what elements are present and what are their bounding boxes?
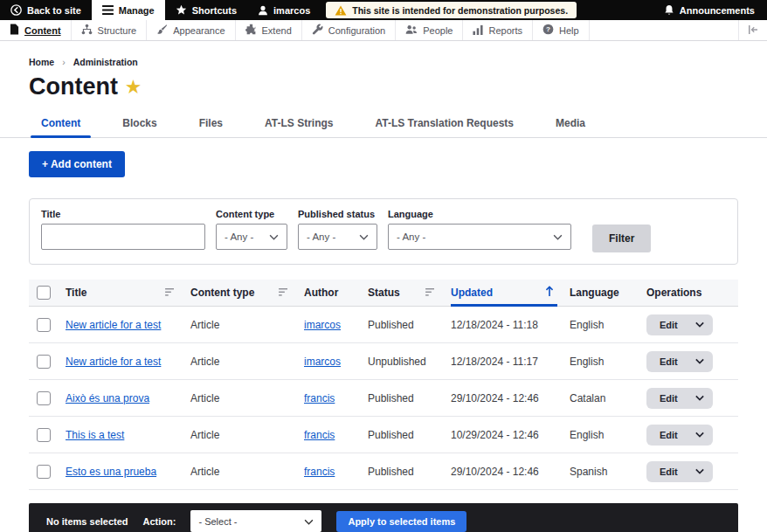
select-all-checkbox[interactable] <box>37 286 51 300</box>
admin-menu-people[interactable]: People <box>396 20 463 40</box>
admin-menu-appearance[interactable]: Appearance <box>147 20 235 40</box>
user-account-button[interactable]: imarcos <box>247 0 321 20</box>
column-header-status[interactable]: Status <box>368 280 451 306</box>
column-header-content-type[interactable]: Content type <box>190 280 304 306</box>
status-cell: Published <box>368 429 451 441</box>
svg-text:?: ? <box>546 25 550 33</box>
sort-lines-icon[interactable] <box>165 287 175 299</box>
row-checkbox[interactable] <box>37 355 51 369</box>
username-label: imarcos <box>273 5 310 16</box>
tab-label: AT-LS Strings <box>265 117 333 129</box>
people-icon <box>405 24 418 37</box>
published-status-select-value: - Any - <box>307 231 335 242</box>
published-status-filter-label: Published status <box>298 209 377 219</box>
column-header-language[interactable]: Language <box>570 280 646 306</box>
manage-button[interactable]: Manage <box>92 0 165 20</box>
content-type-select-value: - Any - <box>225 231 253 242</box>
author-link[interactable]: imarcos <box>304 319 341 331</box>
breadcrumb-home[interactable]: Home <box>29 57 54 67</box>
tab-bar: Content Blocks Files AT-LS Strings AT-LS… <box>0 109 767 138</box>
tab-atls-strings[interactable]: AT-LS Strings <box>244 109 354 137</box>
admin-menu-label: Help <box>559 25 579 36</box>
status-cell: Published <box>368 392 451 404</box>
sort-lines-icon[interactable] <box>279 287 288 299</box>
chevron-down-icon[interactable] <box>688 358 713 364</box>
admin-menu-label: Structure <box>98 25 137 36</box>
updated-cell: 10/29/2024 - 12:46 <box>451 429 570 441</box>
edit-button[interactable]: Edit <box>646 393 688 404</box>
admin-menu-reports[interactable]: Reports <box>463 20 533 40</box>
admin-menu-configuration[interactable]: Configuration <box>302 20 396 40</box>
table-row: This is a test Article francis Published… <box>29 417 738 453</box>
edit-button[interactable]: Edit <box>646 356 688 367</box>
row-checkbox[interactable] <box>37 318 51 332</box>
table-row: New article for a test Article imarcos U… <box>29 343 738 380</box>
column-header-author[interactable]: Author <box>304 280 368 306</box>
title-filter-input[interactable] <box>41 224 205 250</box>
content-title-link[interactable]: New article for a test <box>66 319 161 331</box>
row-checkbox[interactable] <box>37 391 51 405</box>
edit-button[interactable]: Edit <box>646 320 688 330</box>
filter-button[interactable]: Filter <box>592 225 651 252</box>
content-title-link[interactable]: Esto es una prueba <box>66 466 156 478</box>
favorite-star-icon[interactable]: ★ <box>126 77 141 97</box>
content-title-link[interactable]: Això és una prova <box>66 392 149 404</box>
chevron-down-icon[interactable] <box>688 432 713 438</box>
demo-banner-text: This site is intended for demonstration … <box>352 5 568 16</box>
column-label: Title <box>66 287 86 299</box>
breadcrumb-separator: › <box>62 57 66 67</box>
language-select[interactable]: - Any - <box>388 224 571 250</box>
author-link[interactable]: francis <box>304 392 335 404</box>
chevron-down-icon[interactable] <box>688 395 713 401</box>
tab-media[interactable]: Media <box>535 109 606 137</box>
language-cell: English <box>570 429 646 441</box>
edit-button[interactable]: Edit <box>646 466 688 477</box>
updated-cell: 29/10/2024 - 12:46 <box>451 466 570 478</box>
toolbar-orientation-toggle[interactable] <box>738 20 767 40</box>
column-header-title[interactable]: Title <box>66 280 190 306</box>
wrench-icon <box>312 24 323 37</box>
admin-menu-extend[interactable]: Extend <box>236 20 302 40</box>
shortcuts-button[interactable]: Shortcuts <box>165 0 247 20</box>
chevron-down-icon[interactable] <box>688 468 713 474</box>
edit-button[interactable]: Edit <box>646 430 688 440</box>
admin-menu-help[interactable]: ? Help <box>533 20 590 40</box>
puzzle-icon <box>245 24 257 37</box>
admin-menu-structure[interactable]: Structure <box>72 20 148 40</box>
content-title-link[interactable]: This is a test <box>66 429 124 441</box>
breadcrumb-administration[interactable]: Administration <box>73 57 138 67</box>
edit-dropbutton: Edit <box>646 388 713 409</box>
back-to-site-label: Back to site <box>27 5 81 16</box>
column-label: Content type <box>190 287 254 299</box>
tab-atls-translation-requests[interactable]: AT-LS Translation Requests <box>355 109 535 137</box>
back-icon <box>10 4 22 16</box>
tab-blocks[interactable]: Blocks <box>101 109 177 137</box>
published-status-select[interactable]: - Any - <box>298 224 377 250</box>
sitemap-icon <box>81 24 93 37</box>
announcements-label: Announcements <box>680 5 755 16</box>
content-type-select[interactable]: - Any - <box>216 224 287 250</box>
sort-lines-icon[interactable] <box>425 287 435 299</box>
author-link[interactable]: imarcos <box>304 356 341 368</box>
author-link[interactable]: francis <box>304 429 335 441</box>
chevron-down-icon[interactable] <box>688 321 713 328</box>
row-checkbox[interactable] <box>37 465 51 479</box>
breadcrumb: Home › Administration <box>29 57 738 67</box>
bulk-action-select[interactable]: - Select - <box>190 510 321 532</box>
apply-to-selected-button[interactable]: Apply to selected items <box>336 511 466 532</box>
announcements-button[interactable]: Announcements <box>652 0 767 20</box>
row-checkbox[interactable] <box>37 428 51 442</box>
admin-menu-label: Reports <box>488 25 522 36</box>
tab-files[interactable]: Files <box>178 109 244 137</box>
brush-icon <box>156 24 168 37</box>
author-link[interactable]: francis <box>304 466 335 478</box>
column-header-updated[interactable]: Updated <box>451 280 570 306</box>
back-to-site-button[interactable]: Back to site <box>0 0 92 20</box>
tab-label: Files <box>199 117 223 129</box>
tab-content[interactable]: Content <box>29 109 101 137</box>
title-filter-field: Title <box>41 209 205 250</box>
content-title-link[interactable]: New article for a test <box>66 356 161 368</box>
add-content-button[interactable]: + Add content <box>29 151 125 177</box>
admin-menu-content[interactable]: Content <box>0 20 72 40</box>
content-type-cell: Article <box>190 392 304 404</box>
